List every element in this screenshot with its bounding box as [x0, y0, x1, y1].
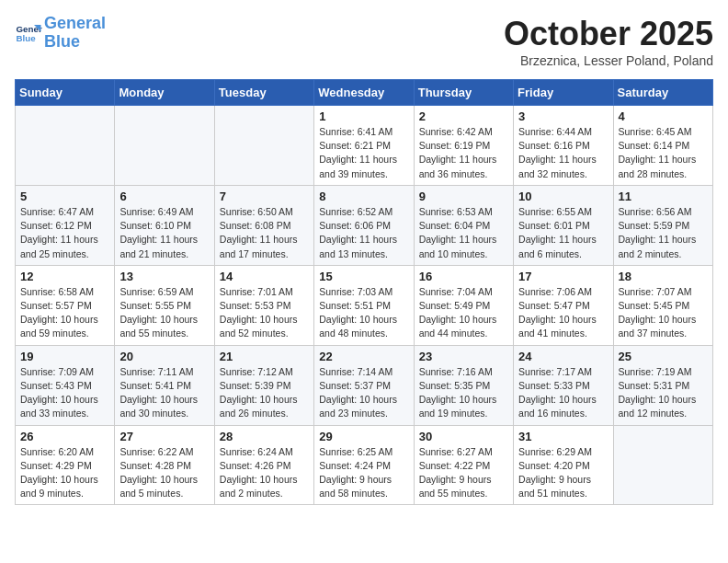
calendar-cell: 19Sunrise: 7:09 AM Sunset: 5:43 PM Dayli… — [16, 345, 115, 425]
day-info: Sunrise: 6:42 AM Sunset: 6:19 PM Dayligh… — [419, 125, 508, 181]
day-number: 29 — [319, 430, 408, 443]
day-number: 27 — [119, 430, 209, 443]
weekday-header-row: SundayMondayTuesdayWednesdayThursdayFrid… — [16, 80, 713, 106]
day-number: 23 — [419, 350, 508, 363]
day-number: 10 — [518, 190, 608, 203]
weekday-header: Monday — [115, 80, 214, 106]
day-number: 3 — [518, 109, 608, 123]
day-number: 2 — [419, 109, 508, 123]
day-info: Sunrise: 6:47 AM Sunset: 6:12 PM Dayligh… — [20, 205, 109, 261]
day-info: Sunrise: 6:52 AM Sunset: 6:06 PM Dayligh… — [319, 205, 408, 261]
weekday-header: Friday — [514, 80, 613, 106]
calendar-cell: 6Sunrise: 6:49 AM Sunset: 6:10 PM Daylig… — [115, 185, 214, 265]
day-info: Sunrise: 7:19 AM Sunset: 5:31 PM Dayligh… — [619, 365, 708, 421]
calendar-body: 1Sunrise: 6:41 AM Sunset: 6:21 PM Daylig… — [16, 106, 713, 505]
day-info: Sunrise: 7:14 AM Sunset: 5:37 PM Dayligh… — [319, 365, 408, 421]
day-info: Sunrise: 7:01 AM Sunset: 5:53 PM Dayligh… — [220, 285, 309, 341]
day-number: 14 — [220, 270, 309, 283]
day-number: 16 — [419, 270, 508, 283]
day-number: 31 — [518, 430, 608, 443]
day-number: 7 — [220, 190, 309, 203]
calendar-cell: 10Sunrise: 6:55 AM Sunset: 6:01 PM Dayli… — [514, 185, 613, 265]
calendar-cell: 13Sunrise: 6:59 AM Sunset: 5:55 PM Dayli… — [115, 265, 214, 345]
day-info: Sunrise: 6:45 AM Sunset: 6:14 PM Dayligh… — [619, 125, 708, 181]
calendar-cell: 1Sunrise: 6:41 AM Sunset: 6:21 PM Daylig… — [314, 106, 414, 186]
day-number: 30 — [419, 430, 508, 443]
day-number: 18 — [619, 270, 708, 283]
logo-icon: General Blue — [15, 19, 42, 47]
calendar-cell — [16, 106, 115, 186]
calendar-cell: 31Sunrise: 6:29 AM Sunset: 4:20 PM Dayli… — [514, 425, 613, 505]
calendar-cell: 29Sunrise: 6:25 AM Sunset: 4:24 PM Dayli… — [314, 425, 414, 505]
calendar-week-row: 26Sunrise: 6:20 AM Sunset: 4:29 PM Dayli… — [16, 425, 713, 505]
logo: General Blue General Blue — [15, 15, 106, 52]
day-number: 6 — [119, 190, 209, 203]
calendar-cell: 17Sunrise: 7:06 AM Sunset: 5:47 PM Dayli… — [514, 265, 613, 345]
calendar-cell: 15Sunrise: 7:03 AM Sunset: 5:51 PM Dayli… — [314, 265, 414, 345]
calendar-cell: 28Sunrise: 6:24 AM Sunset: 4:26 PM Dayli… — [214, 425, 313, 505]
calendar-cell: 2Sunrise: 6:42 AM Sunset: 6:19 PM Daylig… — [414, 106, 513, 186]
day-info: Sunrise: 6:55 AM Sunset: 6:01 PM Dayligh… — [518, 205, 608, 261]
weekday-header: Saturday — [613, 80, 712, 106]
day-info: Sunrise: 6:22 AM Sunset: 4:28 PM Dayligh… — [119, 445, 209, 501]
calendar-cell: 23Sunrise: 7:16 AM Sunset: 5:35 PM Dayli… — [414, 345, 513, 425]
calendar-cell: 22Sunrise: 7:14 AM Sunset: 5:37 PM Dayli… — [314, 345, 414, 425]
calendar-week-row: 12Sunrise: 6:58 AM Sunset: 5:57 PM Dayli… — [16, 265, 713, 345]
day-number: 4 — [619, 109, 708, 123]
day-number: 5 — [20, 190, 109, 203]
calendar-cell: 21Sunrise: 7:12 AM Sunset: 5:39 PM Dayli… — [214, 345, 313, 425]
day-info: Sunrise: 6:20 AM Sunset: 4:29 PM Dayligh… — [20, 445, 109, 501]
calendar-cell: 11Sunrise: 6:56 AM Sunset: 5:59 PM Dayli… — [613, 185, 712, 265]
day-info: Sunrise: 6:24 AM Sunset: 4:26 PM Dayligh… — [220, 445, 309, 501]
day-info: Sunrise: 6:49 AM Sunset: 6:10 PM Dayligh… — [119, 205, 209, 261]
page-header: General Blue General Blue October 2025 B… — [15, 15, 713, 68]
day-number: 12 — [20, 270, 109, 283]
day-info: Sunrise: 6:25 AM Sunset: 4:24 PM Dayligh… — [319, 445, 408, 501]
day-number: 17 — [518, 270, 608, 283]
day-info: Sunrise: 7:11 AM Sunset: 5:41 PM Dayligh… — [119, 365, 209, 421]
day-number: 15 — [319, 270, 408, 283]
calendar-cell: 30Sunrise: 6:27 AM Sunset: 4:22 PM Dayli… — [414, 425, 513, 505]
calendar-cell: 9Sunrise: 6:53 AM Sunset: 6:04 PM Daylig… — [414, 185, 513, 265]
day-info: Sunrise: 6:29 AM Sunset: 4:20 PM Dayligh… — [518, 445, 608, 501]
weekday-header: Sunday — [16, 80, 115, 106]
day-number: 25 — [619, 350, 708, 363]
calendar-cell: 5Sunrise: 6:47 AM Sunset: 6:12 PM Daylig… — [16, 185, 115, 265]
calendar-cell — [214, 106, 313, 186]
day-number: 8 — [319, 190, 408, 203]
day-info: Sunrise: 7:17 AM Sunset: 5:33 PM Dayligh… — [518, 365, 608, 421]
day-number: 13 — [119, 270, 209, 283]
day-number: 28 — [220, 430, 309, 443]
calendar-cell: 7Sunrise: 6:50 AM Sunset: 6:08 PM Daylig… — [214, 185, 313, 265]
svg-text:Blue: Blue — [17, 33, 37, 43]
weekday-header: Wednesday — [314, 80, 414, 106]
day-info: Sunrise: 6:41 AM Sunset: 6:21 PM Dayligh… — [319, 125, 408, 181]
month-title: October 2025 — [504, 15, 713, 53]
day-number: 19 — [20, 350, 109, 363]
calendar-cell — [613, 425, 712, 505]
calendar-cell: 3Sunrise: 6:44 AM Sunset: 6:16 PM Daylig… — [514, 106, 613, 186]
day-info: Sunrise: 7:12 AM Sunset: 5:39 PM Dayligh… — [220, 365, 309, 421]
calendar-cell: 4Sunrise: 6:45 AM Sunset: 6:14 PM Daylig… — [613, 106, 712, 186]
day-info: Sunrise: 7:06 AM Sunset: 5:47 PM Dayligh… — [518, 285, 608, 341]
day-info: Sunrise: 7:03 AM Sunset: 5:51 PM Dayligh… — [319, 285, 408, 341]
title-block: October 2025 Brzeznica, Lesser Poland, P… — [504, 15, 713, 68]
day-number: 26 — [20, 430, 109, 443]
calendar-cell: 16Sunrise: 7:04 AM Sunset: 5:49 PM Dayli… — [414, 265, 513, 345]
calendar-week-row: 19Sunrise: 7:09 AM Sunset: 5:43 PM Dayli… — [16, 345, 713, 425]
calendar-cell: 27Sunrise: 6:22 AM Sunset: 4:28 PM Dayli… — [115, 425, 214, 505]
day-number: 11 — [619, 190, 708, 203]
day-info: Sunrise: 7:16 AM Sunset: 5:35 PM Dayligh… — [419, 365, 508, 421]
day-number: 20 — [119, 350, 209, 363]
calendar-week-row: 1Sunrise: 6:41 AM Sunset: 6:21 PM Daylig… — [16, 106, 713, 186]
calendar-header: SundayMondayTuesdayWednesdayThursdayFrid… — [16, 80, 713, 106]
weekday-header: Thursday — [414, 80, 513, 106]
day-info: Sunrise: 6:56 AM Sunset: 5:59 PM Dayligh… — [619, 205, 708, 261]
logo-text: General Blue — [44, 15, 106, 52]
calendar-cell: 20Sunrise: 7:11 AM Sunset: 5:41 PM Dayli… — [115, 345, 214, 425]
day-info: Sunrise: 6:27 AM Sunset: 4:22 PM Dayligh… — [419, 445, 508, 501]
day-info: Sunrise: 6:59 AM Sunset: 5:55 PM Dayligh… — [119, 285, 209, 341]
day-info: Sunrise: 7:07 AM Sunset: 5:45 PM Dayligh… — [619, 285, 708, 341]
day-info: Sunrise: 6:50 AM Sunset: 6:08 PM Dayligh… — [220, 205, 309, 261]
day-number: 9 — [419, 190, 508, 203]
